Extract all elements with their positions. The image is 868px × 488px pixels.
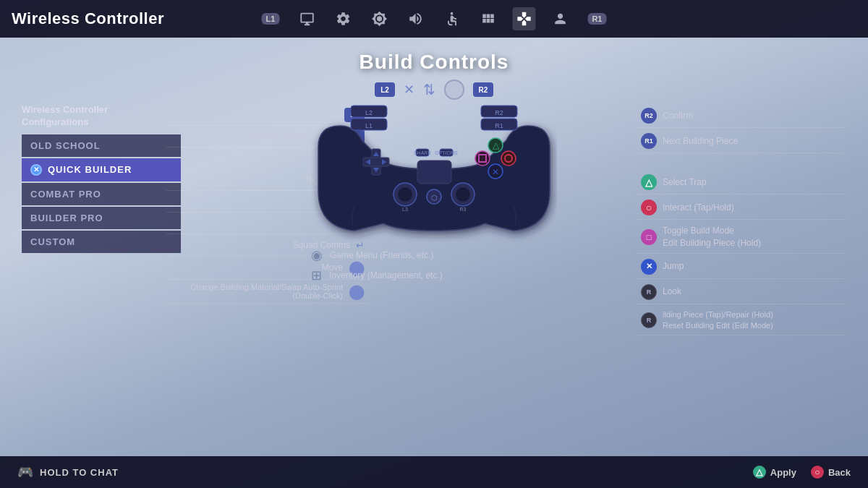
right-binding-row: △ Select Trap	[637, 171, 846, 194]
triangle-btn: △	[641, 174, 657, 190]
app-title: Wireless Controller	[12, 9, 164, 28]
nav-icons: L1 R1	[259, 7, 610, 30]
svg-rect-31	[417, 160, 451, 184]
left-panel: Wireless Controller Configurations OLD S…	[22, 104, 181, 253]
right-binding-row: R2 Confirm	[637, 104, 846, 128]
nav-grid-icon[interactable]	[476, 7, 499, 30]
controller-diagram: L1 L2 R1 R2	[311, 97, 557, 241]
right-binding-row: R1 Next Building Piece	[637, 129, 846, 153]
nav-brightness-icon[interactable]	[367, 7, 391, 30]
page-title: Build Controls	[359, 51, 509, 74]
right-binding-row: R ilding Piece (Tap)/Repair (Hold)Reset …	[637, 306, 846, 336]
controller-center: L1 L2 R1 R2	[297, 97, 571, 283]
svg-point-18	[456, 187, 470, 202]
config-builder-pro[interactable]: BUILDER PRO	[22, 207, 181, 229]
top-bar: Wireless Controller L1	[0, 0, 868, 38]
svg-text:△: △	[493, 140, 500, 150]
config-combat-pro[interactable]: COMBAT PRO	[22, 183, 181, 205]
nav-gear-icon[interactable]	[331, 7, 354, 30]
right-binding-row: R Look	[637, 281, 846, 304]
nav-accessibility-icon[interactable]	[440, 7, 463, 30]
hold-to-chat: 🎮 HOLD TO CHAT	[17, 464, 119, 480]
main-content: Build Controls L2 ✕ ⇅ R2 Wireless Contro…	[0, 38, 868, 456]
config-label: Wireless Controller Configurations	[22, 104, 181, 129]
right-binding-row: □ Toggle Build ModeEdit Building Piece (…	[637, 221, 846, 254]
game-menu-row: ◉ Game Menu (Friends, etc.)	[311, 247, 557, 263]
controller-svg: L1 L2 R1 R2	[311, 97, 557, 241]
arrows-top-icon: ⇅	[423, 81, 435, 98]
inventory-row: ⊞ Inventory (Management, etc.)	[311, 267, 557, 283]
controller-bottom-labels: ◉ Game Menu (Friends, etc.) ⊞ Inventory …	[311, 247, 557, 283]
nav-profile-icon[interactable]	[548, 7, 571, 30]
controller-area: Wireless Controller Configurations OLD S…	[0, 104, 868, 456]
config-list: OLD SCHOOL ✕ QUICK BUILDER COMBAT PRO BU…	[22, 134, 181, 253]
cir-icon: ○	[811, 466, 824, 479]
x-btn: ✕	[641, 259, 657, 275]
svg-text:R3: R3	[460, 207, 467, 212]
nav-gamepad-icon[interactable]	[512, 7, 535, 30]
svg-point-0	[451, 12, 454, 15]
svg-point-21	[501, 151, 516, 166]
rs-btn: R	[641, 284, 657, 300]
svg-text:OPTIONS: OPTIONS	[435, 150, 458, 155]
ls-icon: ⬤	[349, 283, 365, 300]
back-btn[interactable]: ○ Back	[811, 466, 851, 479]
tri-icon: △	[753, 466, 766, 479]
chat-label: HOLD TO CHAT	[40, 467, 119, 478]
bottom-bar: 🎮 HOLD TO CHAT △ Apply ○ Back	[0, 456, 868, 488]
game-menu-label: Game Menu (Friends, etc.)	[330, 250, 433, 260]
options-icon: ⊞	[311, 267, 322, 283]
svg-text:R2: R2	[495, 109, 503, 116]
svg-point-25	[475, 151, 490, 166]
l1-badge[interactable]: L1	[262, 13, 280, 25]
apply-btn[interactable]: △ Apply	[753, 466, 796, 479]
svg-text:L2: L2	[365, 109, 373, 116]
svg-text:SHARE: SHARE	[414, 150, 431, 155]
svg-text:⬡: ⬡	[431, 194, 438, 202]
svg-text:✕: ✕	[492, 167, 499, 177]
l2-top-badge: L2	[375, 82, 395, 97]
square-btn: □	[641, 229, 657, 245]
inventory-label: Inventory (Management, etc.)	[329, 270, 443, 281]
apply-label: Apply	[770, 467, 796, 478]
right-bindings: R2 Confirm R1 Next Building Piece △ Sele…	[637, 104, 846, 335]
r1-btn: R1	[641, 133, 657, 149]
config-old-school[interactable]: OLD SCHOOL	[22, 134, 181, 157]
right-binding-row: ○ Interact (Tap/Hold)	[637, 196, 846, 220]
active-indicator: ✕	[30, 164, 42, 176]
share-icon: ◉	[311, 247, 323, 263]
back-label: Back	[828, 467, 851, 478]
svg-text:L3: L3	[402, 207, 408, 212]
nav-volume-icon[interactable]	[404, 7, 427, 30]
chat-icon: 🎮	[17, 464, 34, 480]
r2-top-badge: R2	[473, 82, 493, 97]
nav-monitor-icon[interactable]	[295, 7, 318, 30]
r1-badge[interactable]: R1	[587, 13, 606, 25]
svg-point-16	[398, 187, 412, 202]
bottom-right: △ Apply ○ Back	[753, 466, 851, 479]
config-custom[interactable]: CUSTOM	[22, 231, 181, 253]
svg-text:L1: L1	[365, 122, 373, 129]
circle-btn: ○	[641, 200, 657, 215]
right-binding-row: ✕ Jump	[637, 255, 846, 279]
rs-btn: R	[641, 312, 657, 328]
svg-text:R1: R1	[495, 122, 503, 129]
config-quick-builder[interactable]: ✕ QUICK BUILDER	[22, 158, 181, 181]
cross-top-icon: ✕	[404, 82, 414, 98]
r2-btn: R2	[641, 108, 657, 124]
